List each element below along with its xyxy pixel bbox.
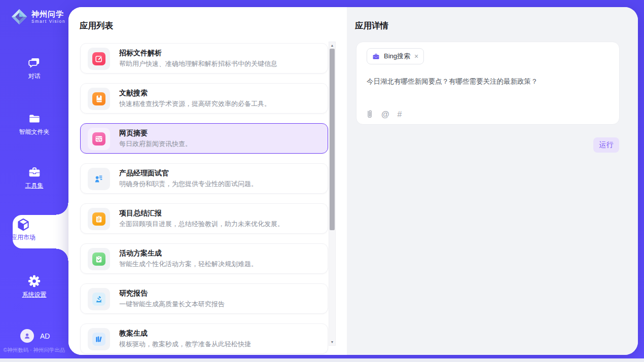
cube-icon — [16, 218, 30, 232]
briefcase-icon — [372, 53, 380, 60]
interviewer-icon — [92, 172, 105, 186]
content-shell: 应用列表 招标文件解析 帮助用户快速、准确地理解和解析招标书中的关键信 — [68, 7, 638, 355]
gear-icon — [27, 274, 41, 288]
app-icon-box — [88, 248, 110, 270]
app-name: 产品经理面试官 — [119, 169, 258, 177]
app-name: 教案生成 — [119, 329, 251, 337]
sidebar-item-label: 应用市场 — [11, 233, 35, 242]
query-composer[interactable]: Bing搜索 × 今日湖北有哪些新闻要点？有哪些需要关注的最新政策？ @ # — [356, 42, 620, 125]
brand-logo: 神州问学 Smart Vision — [10, 8, 65, 26]
avatar — [20, 329, 34, 343]
webpage-code-icon — [92, 132, 105, 146]
app-item-project-summary[interactable]: 项目总结汇报 全面回顾项目进展，总结经验教训，助力未来优化发展。 — [80, 203, 328, 234]
app-list: 招标文件解析 帮助用户快速、准确地理解和解析招标书中的关键信息 — [80, 43, 328, 354]
app-name: 项目总结汇报 — [119, 209, 284, 217]
app-name: 招标文件解析 — [119, 49, 277, 57]
app-desc: 快速精准查找学术资源，提高研究效率的必备工具。 — [119, 100, 271, 108]
scrollbar-down-arrow[interactable]: ▼ — [329, 339, 335, 345]
toolbox-icon — [28, 166, 41, 179]
app-icon-box — [88, 208, 110, 230]
app-detail-title: 应用详情 — [355, 20, 388, 31]
app-desc: 明确身份和职责，为您提供专业性的面试问题。 — [119, 180, 258, 188]
app-item-lesson-plan[interactable]: 教案生成 模板驱动，教案秒成，教学准备从此轻松快捷 — [80, 323, 328, 354]
tool-tag-bing-search[interactable]: Bing搜索 × — [367, 48, 424, 64]
sidebar-item-label: 工具集 — [25, 182, 44, 190]
hash-tag-icon[interactable]: # — [398, 110, 402, 119]
composer-toolbar: @ # — [366, 110, 402, 119]
app-icon-box — [88, 288, 110, 310]
app-item-web-summary[interactable]: 网页摘要 每日政府新闻资讯快查。 — [80, 123, 328, 154]
sidebar-item-chat[interactable]: 对话 — [0, 56, 68, 81]
brand-subtitle: Smart Vision — [31, 19, 65, 24]
app-item-research-report[interactable]: 研究报告 一键智能生成高质量长文本研究报告 — [80, 283, 328, 314]
microscope-icon — [92, 293, 105, 306]
app-icon-box — [88, 88, 110, 110]
bottom-edge-strip — [0, 358, 644, 362]
app-window: 神州问学 Smart Vision 对话 智能文件夹 工具集 — [0, 0, 644, 362]
app-desc: 全面回顾项目进展，总结经验教训，助力未来优化发展。 — [119, 220, 284, 228]
app-name: 文献搜索 — [119, 89, 271, 97]
run-button[interactable]: 运行 — [593, 137, 619, 153]
copyright-footer: ©神州数码 · 神州问学出品 — [0, 347, 68, 354]
tab-curve-top — [56, 203, 68, 215]
app-name: 活动方案生成 — [119, 249, 258, 257]
folder-icon — [28, 112, 41, 125]
query-text[interactable]: 今日湖北有哪些新闻要点？有哪些需要关注的最新政策？ — [367, 77, 609, 87]
app-desc: 智能生成个性化活动方案，轻松解决规划难题。 — [119, 260, 258, 268]
app-name: 网页摘要 — [119, 129, 192, 137]
user-initials: AD — [40, 332, 50, 340]
clipboard-icon — [92, 212, 105, 226]
app-item-event-plan[interactable]: 活动方案生成 智能生成个性化活动方案，轻松解决规划难题。 — [80, 243, 328, 274]
clipboard-check-icon — [92, 252, 105, 266]
app-list-scrollbar[interactable]: ▲ ▼ — [329, 42, 336, 346]
app-icon-box — [88, 48, 110, 70]
mention-at-icon[interactable]: @ — [381, 110, 389, 119]
books-icon — [92, 333, 105, 346]
app-desc: 模板驱动，教案秒成，教学准备从此轻松快捷 — [119, 340, 251, 348]
sidebar-item-label: 智能文件夹 — [19, 128, 50, 136]
tab-curve-bottom — [56, 248, 68, 261]
scrollbar-thumb[interactable] — [330, 49, 335, 230]
app-name: 研究报告 — [119, 289, 225, 297]
sidebar-item-app-market[interactable]: 应用市场 — [0, 218, 51, 242]
edit-square-icon — [92, 52, 105, 65]
sidebar-item-settings[interactable]: 系统设置 — [0, 274, 68, 299]
app-item-bid-doc-analysis[interactable]: 招标文件解析 帮助用户快速、准确地理解和解析招标书中的关键信息 — [80, 43, 328, 74]
sidebar-item-label: 系统设置 — [22, 291, 47, 299]
app-desc: 每日政府新闻资讯快查。 — [119, 140, 192, 148]
attachment-paperclip-icon[interactable] — [366, 110, 373, 119]
app-item-pm-interviewer[interactable]: 产品经理面试官 明确身份和职责，为您提供专业性的面试问题。 — [80, 163, 328, 194]
app-desc: 帮助用户快速、准确地理解和解析招标书中的关键信息 — [119, 60, 277, 68]
app-icon-box — [88, 128, 110, 150]
tool-tag-label: Bing搜索 — [384, 52, 410, 61]
person-icon — [23, 332, 31, 340]
sidebar-item-label: 对话 — [28, 72, 41, 81]
app-icon-box — [88, 328, 110, 350]
app-list-panel: 应用列表 招标文件解析 帮助用户快速、准确地理解和解析招标书中的关键信 — [68, 7, 347, 355]
app-item-literature-search[interactable]: 文献搜索 快速精准查找学术资源，提高研究效率的必备工具。 — [80, 83, 328, 114]
brand-name: 神州问学 — [31, 10, 65, 19]
sidebar-item-toolset[interactable]: 工具集 — [0, 166, 68, 190]
tag-close-icon[interactable]: × — [414, 53, 418, 60]
chat-icon — [28, 56, 41, 69]
gem-logo-icon — [10, 8, 28, 26]
app-detail-panel: 应用详情 Bing搜索 × 今日湖北有哪些新闻要点？有哪些需要关注的最新政策？ — [347, 7, 638, 355]
app-list-title: 应用列表 — [80, 20, 113, 31]
app-icon-box — [88, 168, 110, 190]
app-desc: 一键智能生成高质量长文本研究报告 — [119, 300, 225, 308]
sidebar-item-smart-folder[interactable]: 智能文件夹 — [0, 112, 68, 136]
scrollbar-up-arrow[interactable]: ▲ — [329, 42, 335, 49]
book-icon — [92, 92, 105, 105]
user-account[interactable]: AD — [20, 329, 50, 343]
